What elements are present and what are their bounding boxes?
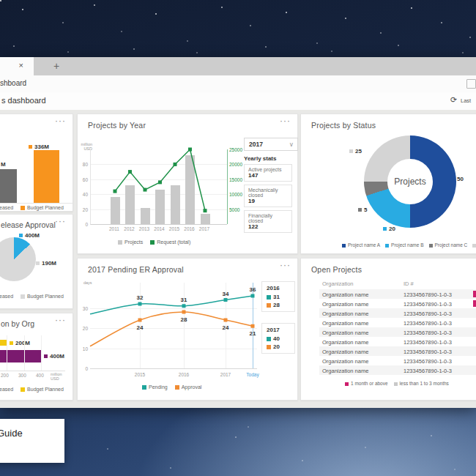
- gridline: [24, 335, 25, 371]
- gridline: [41, 335, 42, 371]
- browser-tab[interactable]: ×: [0, 57, 34, 75]
- cell-organization: Organization name: [322, 310, 368, 317]
- chart-legend: Pending Approval: [142, 384, 201, 390]
- legend-item: Request (total): [150, 239, 190, 245]
- right-axis-tick: 20000: [229, 162, 242, 167]
- table-row[interactable]: Organization name12334567890-1-0-3: [319, 308, 476, 318]
- left-axis-tick: 80: [79, 162, 88, 167]
- slice-label: 190M: [36, 260, 56, 267]
- card-title: elease Approval: [1, 220, 56, 229]
- card-menu-icon[interactable]: ···: [55, 216, 66, 226]
- year-selector[interactable]: 2017 ∨: [244, 138, 298, 151]
- table-row[interactable]: Organization name12334567890-1-0-3: [319, 337, 476, 346]
- slice-label: 50: [451, 176, 464, 182]
- cell-id: 12334567890-1-0-3: [404, 330, 452, 336]
- bar[interactable]: [34, 150, 59, 203]
- stat-value: 147: [248, 172, 288, 179]
- bar[interactable]: [0, 340, 7, 346]
- bar-value-label: 200M: [10, 340, 30, 346]
- line-chart: [90, 283, 257, 369]
- axis-label: million USD: [51, 372, 64, 381]
- table-row[interactable]: Organization name12334567890-1-0-3: [319, 346, 476, 356]
- table-row[interactable]: Organization name12334567890-1-0-3: [319, 365, 476, 375]
- table-row[interactable]: Organization name12334567890-1-0-3: [319, 318, 476, 327]
- guide-label: Guide: [0, 428, 23, 439]
- card-menu-icon[interactable]: ···: [280, 260, 291, 270]
- point-label: 32: [134, 294, 146, 301]
- card-title: 2017 Pending ER Approval: [88, 265, 184, 274]
- point-label: 21: [247, 330, 259, 337]
- cell-id: 12334567890-1-0-3: [404, 320, 452, 327]
- line-series: [90, 283, 257, 368]
- yearly-stats: Active projects 147 Mechanically closed …: [244, 164, 292, 236]
- cell-organization: Organization name: [322, 339, 368, 346]
- card-menu-icon[interactable]: ···: [55, 116, 66, 126]
- card-pending-er: 2017 Pending ER Approval ··· days Pendin…: [77, 258, 298, 401]
- cell-organization: Organization name: [322, 320, 368, 327]
- right-axis-tick: 10000: [229, 192, 242, 197]
- legend-item: Budget Planned: [21, 387, 64, 392]
- legend-item: less than 1 to 3 months: [394, 381, 449, 386]
- year-panel: 2017 40 20: [261, 323, 295, 354]
- tab-strip: × +: [0, 57, 476, 75]
- stat-card: Financially closed 122: [244, 210, 292, 233]
- toolbar-icon[interactable]: [466, 79, 476, 89]
- stat-label: Active projects: [248, 167, 288, 172]
- table-row[interactable]: Organization name12334567890-1-0-3: [319, 356, 476, 365]
- stat-label: Mechanically closed: [248, 187, 288, 198]
- bar[interactable]: [0, 169, 17, 203]
- point-label: 24: [134, 324, 146, 331]
- cell-organization: Organization name: [322, 358, 368, 365]
- table-row[interactable]: Organization name12334567890-1-0-3: [319, 327, 476, 337]
- cell-id: 12334567890-1-0-3: [404, 301, 452, 308]
- last-updated-label: Last: [461, 97, 471, 104]
- cell-organization: Organization name: [322, 301, 368, 308]
- axis-tick: 400: [36, 373, 44, 378]
- x-axis-tick: 2017: [215, 372, 236, 377]
- card-projects-by-status: Projects by Status Projects Project name…: [300, 114, 476, 254]
- y-axis-tick: 0: [79, 366, 88, 371]
- axis-tick: 200: [1, 373, 9, 378]
- right-axis-tick: 5000: [229, 207, 239, 212]
- chart-legend: eased Budget Planned: [0, 205, 64, 210]
- table-row[interactable]: Organization name12334567890-1-0-3: [319, 299, 476, 308]
- cell-organization: Organization name: [322, 368, 368, 374]
- table-row[interactable]: Organization name12334567890-1-0-3: [319, 289, 476, 299]
- card-menu-icon[interactable]: ···: [280, 116, 291, 126]
- y-axis-tick: 30: [79, 306, 88, 311]
- tab-close-icon[interactable]: ×: [19, 61, 23, 70]
- table-legend: 1 month or above less than 1 to 3 months: [345, 381, 449, 386]
- year-panel-value: 31: [267, 294, 290, 300]
- stat-card: Mechanically closed 19: [244, 185, 292, 207]
- card-menu-icon[interactable]: ···: [55, 315, 66, 325]
- legend-item: eased: [0, 387, 13, 392]
- x-axis-tick: 2015: [130, 372, 150, 377]
- card-budget-bars: ··· M 336M eased Budget Planned: [0, 114, 73, 212]
- point-label: 34: [220, 291, 231, 297]
- guide-window[interactable]: Guide: [0, 419, 64, 463]
- cell-organization: Organization name: [322, 330, 368, 336]
- year-panel-value: 20: [267, 343, 290, 350]
- legend-item: Project name A: [342, 242, 380, 248]
- column-header: ID #: [404, 280, 414, 287]
- y-axis-tick: 10: [79, 346, 88, 352]
- refresh-icon[interactable]: ⟳: [450, 95, 457, 105]
- bar-value-label: 336M: [29, 144, 49, 150]
- legend-item: Project name D: [472, 242, 476, 248]
- legend-item: Project name B: [385, 242, 423, 248]
- year-panel-value: 28: [267, 302, 290, 308]
- pie-chart[interactable]: [0, 237, 36, 281]
- card-title: Projects by Status: [311, 121, 376, 130]
- browser-toolbar: shboard: [0, 75, 476, 93]
- new-tab-button[interactable]: +: [50, 59, 63, 72]
- legend-item: Approval: [175, 384, 202, 390]
- chart-legend: Projects Request (total): [118, 239, 190, 245]
- projects-table: Organization name12334567890-1-0-3Organi…: [319, 289, 476, 375]
- card-projects-by-year: Projects by Year ··· million USD Project…: [77, 114, 298, 254]
- right-axis-tick: 25000: [229, 147, 242, 152]
- card-title: Projects by Year: [88, 121, 146, 130]
- year-panel-header: 2016: [267, 285, 290, 291]
- combo-chart: [90, 149, 227, 225]
- legend-item: Budget Planned: [21, 205, 64, 210]
- starfield: [0, 0, 1, 1]
